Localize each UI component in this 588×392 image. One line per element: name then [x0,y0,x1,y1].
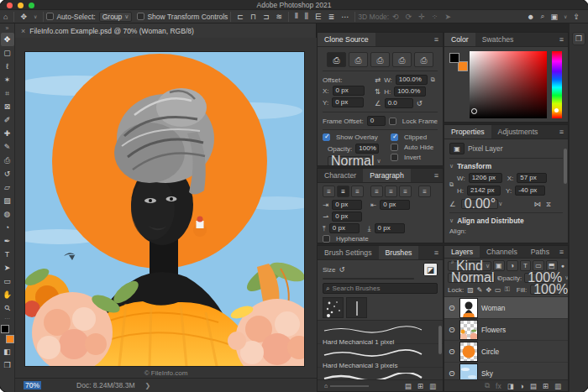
justify-last-left-button[interactable]: ≡ [370,186,383,197]
brush-tool[interactable]: ✎ [1,140,14,154]
show-overlay-checkbox[interactable] [323,133,330,141]
paragraph-menu-icon[interactable]: ≡ [434,169,443,182]
angle-field[interactable]: 0.0 [385,98,413,108]
auto-select-target-dropdown[interactable]: Group ∨ [99,12,133,22]
layer-thumbnail-flowers[interactable] [460,321,477,339]
eraser-tool[interactable]: ▱ [1,180,14,194]
tab-character[interactable]: Character [318,169,363,182]
brush-tip-thumbnail-2[interactable] [346,297,367,318]
transform-x-field[interactable]: 57 px [517,173,547,183]
offset-y-field[interactable]: 0 px [332,97,364,107]
pasteboard[interactable]: © FileInfo.com [15,38,317,378]
right-indent-field[interactable]: 0 px [380,200,410,210]
tab-swatches[interactable]: Swatches [475,33,521,46]
tab-paths[interactable]: Paths [524,246,556,258]
lasso-tool[interactable]: ℓ [1,60,14,73]
tab-channels[interactable]: Channels [480,246,524,258]
brush-search-input[interactable] [332,285,434,292]
layer-filter-toggle-icon[interactable]: ● [561,263,564,269]
justify-last-center-button[interactable]: ≡ [385,186,397,197]
path-selection-tool[interactable]: ➤ [1,261,14,274]
left-indent-field[interactable]: 0 px [332,200,362,210]
account-icon[interactable]: ☻ [527,13,534,21]
overlay-opacity-field[interactable]: 100% [355,144,379,154]
canvas-artwork[interactable] [25,52,304,366]
clone-source-4-button[interactable]: ⎙ [392,52,412,67]
zoom-level-field[interactable]: 70% [24,380,41,390]
invert-checkbox[interactable] [391,154,398,161]
visibility-eye-icon[interactable]: ʘ [448,348,456,356]
color-panel-swatches[interactable] [449,53,468,71]
visibility-eye-icon[interactable]: ʘ [448,369,456,378]
pen-tool[interactable]: ✒ [1,234,14,248]
brush-folder-icon[interactable]: ▤ [405,382,412,390]
link-layers-icon[interactable]: ⧉ [485,381,490,390]
blur-tool[interactable]: ◍ [1,207,14,221]
distribute-spacing-icon[interactable]: ⋿ [312,13,325,21]
move-tool-chevron-icon[interactable]: ∨ [30,13,40,19]
space-after-field[interactable]: 0 px [375,223,405,233]
tab-clone-source[interactable]: Clone Source [318,33,375,46]
thumbnail-size-slider[interactable]: ⌂ [324,383,328,389]
filter-adjustment-layers-button[interactable]: ◑ [507,260,518,271]
clone-source-1-button[interactable]: ⎙ [327,52,346,67]
brush-tip-thumbnail-1[interactable] [323,297,344,318]
blend-mode-dropdown[interactable]: Normal∨ [448,273,495,283]
distribute-vertical-icon[interactable]: ⫼ [302,12,312,21]
tab-color[interactable]: Color [444,33,475,46]
align-edges-icon[interactable]: ≋ [272,13,286,21]
toggle-brush-settings-button[interactable]: ◪ [423,263,438,276]
marquee-tool[interactable]: ▢ [1,46,14,60]
new-group-icon[interactable]: ▤ [530,382,537,390]
lock-artboard-icon[interactable]: ▭ [495,286,501,294]
overlay-blend-dropdown[interactable]: Normal∨ [328,156,371,166]
visibility-eye-icon[interactable]: ʘ [448,304,456,312]
crop-tool[interactable]: ⌗ [1,86,14,100]
align-distribute-section-header[interactable]: ∨ Align and Distribute [449,217,563,225]
hue-strip[interactable] [552,51,562,118]
color-foreground-swatch[interactable] [449,53,459,63]
flip-vertical-icon[interactable]: ⧖ [546,200,551,209]
saturation-brightness-square[interactable] [470,51,547,118]
color-menu-icon[interactable]: ≡ [559,33,568,46]
transform-w-field[interactable]: 1206 px [469,173,502,183]
distribute-horizontal-icon[interactable]: ⫴ [291,12,302,21]
space-before-field[interactable]: 0 px [329,223,360,233]
layer-filter-kind-dropdown[interactable]: ⌕Kind∨ [448,261,491,271]
hue-marker[interactable] [554,108,559,112]
lock-paint-icon[interactable]: ✎ [477,286,483,294]
transform-h-field[interactable]: 2142 px [467,186,501,196]
tab-brushes[interactable]: Brushes [379,246,419,259]
show-transform-controls-checkbox[interactable] [137,13,144,20]
fill-dropdown[interactable]: 100%∨ [530,285,560,295]
visibility-eye-icon[interactable]: ʘ [448,326,456,334]
status-options-chevron-icon[interactable]: ❯ [144,382,150,389]
align-right-edges-icon[interactable]: ⊐ [260,13,273,21]
clone-source-5-button[interactable]: ⎙ [414,52,433,67]
history-brush-tool[interactable]: ↺ [1,167,14,180]
clipped-checkbox[interactable] [391,133,398,141]
close-document-icon[interactable]: × [21,27,25,35]
brush-item[interactable]: Hard Mechanical 3 pixels [318,344,443,368]
properties-menu-icon[interactable]: ≡ [559,125,568,139]
background-color-swatch[interactable] [6,335,14,343]
w-field[interactable]: 100.0% [396,75,428,85]
layer-effects-icon[interactable]: fx [496,382,501,390]
lock-position-icon[interactable]: ✥ [486,286,491,294]
delete-layer-icon[interactable]: ▥ [554,382,561,390]
tab-properties[interactable]: Properties [444,125,491,139]
color-swatches[interactable] [1,325,14,343]
align-text-left-button[interactable]: ≡ [323,186,335,197]
transform-y-field[interactable]: -40 px [515,186,545,196]
clone-source-2-button[interactable]: ⎙ [349,52,368,67]
quick-mask-button[interactable]: ◧ [1,345,14,358]
align-text-right-button[interactable]: ≡ [351,186,364,197]
delete-brush-icon[interactable]: ▥ [429,382,436,390]
frame-offset-field[interactable]: 0 [367,116,386,126]
new-brush-icon[interactable]: ⊞ [417,382,423,390]
distribute-heights-icon[interactable]: ≣ [325,13,339,21]
brush-search-box[interactable]: ⌕ [323,283,438,294]
more-align-options-icon[interactable]: ⋯ [338,13,352,21]
workspace-icon[interactable]: ▣ [551,13,559,21]
lock-frame-checkbox[interactable] [389,118,396,125]
